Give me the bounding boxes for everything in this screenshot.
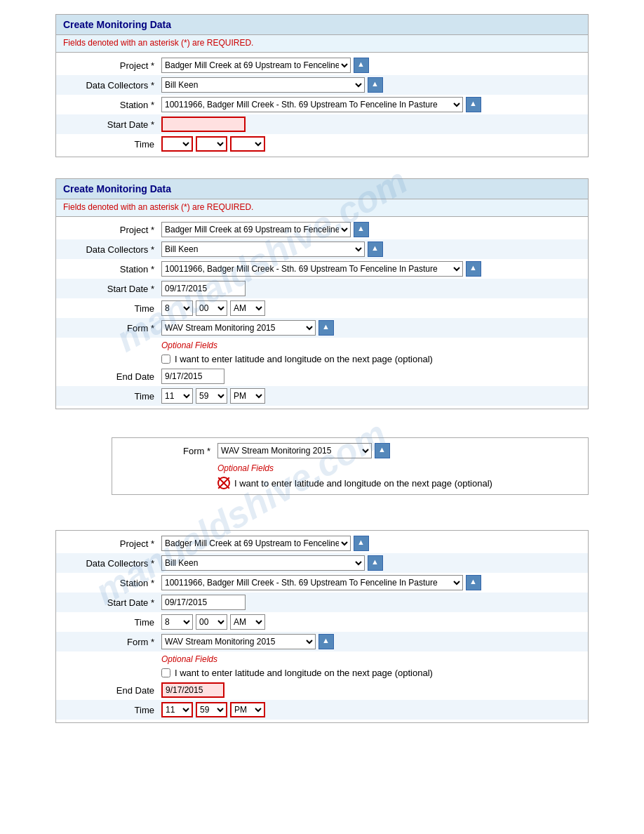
project-select-1[interactable]: Badger Mill Creek at 69 Upstream to Fenc…	[161, 58, 351, 73]
end-date-row-3: End Date	[56, 680, 588, 700]
time-ampm-select-3[interactable]: AM	[230, 614, 265, 630]
form-title-1: Create Monitoring Data	[63, 19, 581, 30]
end-time-control-3: 11 59 PM	[161, 702, 581, 717]
end-date-control-3	[161, 682, 581, 698]
lat-lon-text-3: I want to enter latitude and longitude o…	[175, 668, 433, 678]
station-select-1[interactable]: 10011966, Badger Mill Creek - Sth. 69 Up…	[161, 97, 463, 112]
end-date-control-2	[161, 369, 581, 384]
project-icon-3[interactable]	[354, 536, 369, 551]
lat-lon-row-3: I want to enter latitude and longitude o…	[56, 666, 588, 680]
form-select-3[interactable]: WAV Stream Monitoring 2015	[161, 634, 316, 649]
create-monitoring-form-1: Create Monitoring Data Fields denoted wi…	[55, 14, 589, 157]
create-monitoring-form-2: Create Monitoring Data Fields denoted wi…	[55, 178, 589, 409]
project-label-3: Project *	[63, 538, 161, 549]
form-select-2[interactable]: WAV Stream Monitoring 2015	[161, 320, 316, 336]
time-label-1: Time	[63, 139, 161, 150]
project-icon-2[interactable]	[354, 222, 369, 237]
project-control-3: Badger Mill Creek at 69 Upstream to Fenc…	[161, 536, 581, 551]
time-label-2: Time	[63, 303, 161, 314]
required-note-1: Fields denoted with an asterisk (*) are …	[56, 35, 588, 53]
time-hour-select-2[interactable]: 8	[161, 300, 193, 316]
end-time-row-2: Time 11 59 PM	[56, 386, 588, 406]
end-time-row-3: Time 11 59 PM	[56, 700, 588, 720]
project-select-3[interactable]: Badger Mill Creek at 69 Upstream to Fenc…	[161, 536, 351, 551]
end-date-input-3[interactable]	[161, 682, 224, 698]
station-label-2: Station *	[63, 264, 161, 274]
station-select-2[interactable]: 10011966, Badger Mill Creek - Sth. 69 Up…	[161, 261, 463, 277]
end-date-label-3: End Date	[63, 685, 161, 696]
optional-fields-label-3: Optional Fields	[56, 651, 588, 666]
end-time-min-select-3[interactable]: 59	[196, 702, 227, 717]
time-label-3: Time	[63, 617, 161, 628]
start-date-input-1[interactable]	[161, 117, 246, 132]
project-control-1: Badger Mill Creek at 69 Upstream to Fenc…	[161, 58, 581, 73]
end-date-input-2[interactable]	[161, 369, 224, 384]
collectors-control-2: Bill Keen	[161, 241, 581, 257]
form-body-3: Project * Badger Mill Creek at 69 Upstre…	[56, 531, 588, 722]
start-date-label-1: Start Date *	[63, 119, 161, 130]
collectors-select-2[interactable]: Bill Keen	[161, 241, 365, 257]
collectors-row-2: Data Collectors * Bill Keen	[56, 239, 588, 259]
end-time-min-select-2[interactable]: 59	[196, 388, 227, 404]
collectors-select-1[interactable]: Bill Keen	[161, 77, 365, 93]
start-date-input-3[interactable]	[161, 595, 246, 610]
collectors-select-3[interactable]: Bill Keen	[161, 555, 365, 571]
partial-form-icon[interactable]	[375, 443, 390, 458]
optional-fields-label-2: Optional Fields	[56, 338, 588, 352]
form-icon-3[interactable]	[318, 634, 334, 649]
time-row-1: Time	[56, 134, 588, 154]
end-date-row-2: End Date	[56, 366, 588, 386]
lat-lon-row-2: I want to enter latitude and longitude o…	[56, 352, 588, 366]
time-min-select-2[interactable]: 00	[196, 300, 227, 316]
project-control-2: Badger Mill Creek at 69 Upstream to Fenc…	[161, 222, 581, 237]
partial-lat-lon-row: I want to enter latitude and longitude o…	[112, 475, 588, 491]
partial-lat-lon-text: I want to enter latitude and longitude o…	[234, 478, 492, 489]
end-time-ampm-select-2[interactable]: PM	[230, 388, 265, 404]
end-time-control-2: 11 59 PM	[161, 388, 581, 404]
project-select-2[interactable]: Badger Mill Creek at 69 Upstream to Fenc…	[161, 222, 351, 237]
time-row-2: Time 8 00 AM	[56, 298, 588, 318]
collectors-icon-3[interactable]	[368, 555, 383, 571]
start-date-control-3	[161, 595, 581, 610]
end-time-label-2: Time	[63, 391, 161, 402]
end-date-label-2: End Date	[63, 371, 161, 382]
project-label-1: Project *	[63, 60, 161, 71]
station-row-3: Station * 10011966, Badger Mill Creek - …	[56, 573, 588, 593]
start-date-row-1: Start Date *	[56, 114, 588, 134]
start-date-input-2[interactable]	[161, 281, 246, 296]
station-icon-1[interactable]	[466, 97, 481, 112]
project-icon-1[interactable]	[354, 58, 369, 73]
station-control-2: 10011966, Badger Mill Creek - Sth. 69 Up…	[161, 261, 581, 277]
create-monitoring-form-3: Project * Badger Mill Creek at 69 Upstre…	[55, 530, 589, 723]
collectors-icon-2[interactable]	[368, 241, 383, 257]
collectors-icon-1[interactable]	[368, 77, 383, 93]
collectors-row-1: Data Collectors * Bill Keen	[56, 75, 588, 95]
station-icon-2[interactable]	[466, 261, 481, 277]
circle-x-icon	[217, 477, 230, 489]
lat-lon-checkbox-3[interactable]	[161, 668, 170, 677]
form-icon-2[interactable]	[318, 320, 334, 336]
form-body-1: Project * Badger Mill Creek at 69 Upstre…	[56, 53, 588, 157]
form-title-2: Create Monitoring Data	[63, 183, 581, 194]
station-control-3: 10011966, Badger Mill Creek - Sth. 69 Up…	[161, 575, 581, 590]
partial-form-section: Form * WAV Stream Monitoring 2015 Option…	[112, 437, 589, 495]
time-ampm-select-2[interactable]: AM	[230, 300, 265, 316]
time-ampm-select-1[interactable]	[230, 136, 265, 152]
start-date-label-2: Start Date *	[63, 284, 161, 294]
time-min-select-1[interactable]	[196, 136, 227, 152]
start-date-control-1	[161, 117, 581, 132]
time-hour-select-3[interactable]: 8	[161, 614, 193, 630]
form-header-1: Create Monitoring Data	[56, 15, 588, 35]
partial-form-select[interactable]: WAV Stream Monitoring 2015	[217, 443, 372, 458]
collectors-label-2: Data Collectors *	[63, 244, 161, 255]
end-time-hour-select-2[interactable]: 11	[161, 388, 193, 404]
form-field-label-2: Form *	[63, 323, 161, 333]
end-time-hour-select-3[interactable]: 11	[161, 702, 193, 717]
time-hour-select-1[interactable]	[161, 136, 193, 152]
station-icon-3[interactable]	[466, 575, 481, 590]
end-time-ampm-select-3[interactable]: PM	[230, 702, 265, 717]
lat-lon-checkbox-2[interactable]	[161, 355, 170, 364]
partial-form-row: Form * WAV Stream Monitoring 2015	[112, 441, 588, 461]
station-select-3[interactable]: 10011966, Badger Mill Creek - Sth. 69 Up…	[161, 575, 463, 590]
time-min-select-3[interactable]: 00	[196, 614, 227, 630]
